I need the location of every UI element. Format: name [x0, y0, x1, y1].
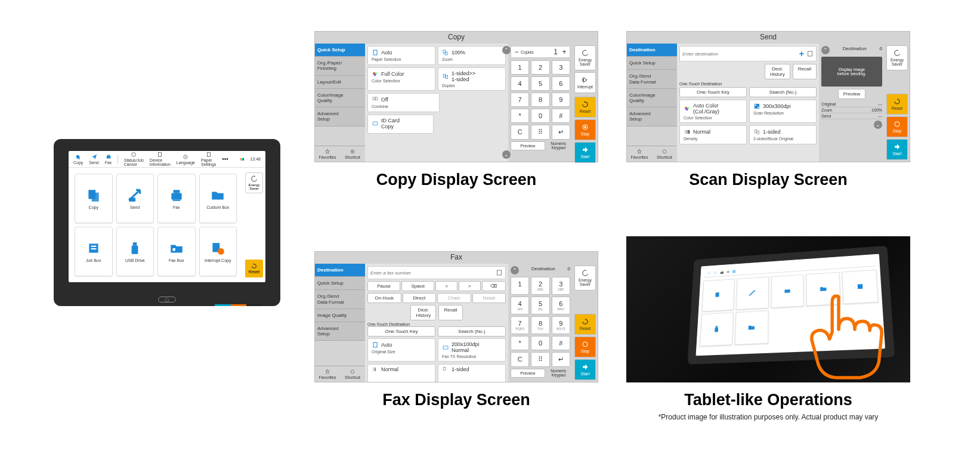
key-6[interactable]: 6: [552, 76, 570, 91]
shortcut-button[interactable]: Shortcut: [340, 146, 365, 162]
key-clear[interactable]: C: [511, 352, 529, 367]
key-4[interactable]: 4GHI: [511, 297, 529, 314]
fax-number-input-bar[interactable]: [367, 266, 506, 279]
shortcut-button[interactable]: Shortcut: [340, 366, 365, 382]
key-5[interactable]: 5JKL: [531, 297, 549, 314]
key-0[interactable]: 0: [531, 336, 549, 350]
dest-history-button[interactable]: Dest. History: [410, 305, 436, 320]
search-no-button[interactable]: Search (No.): [438, 326, 506, 337]
start-button[interactable]: Start: [886, 139, 908, 160]
interrupt-button[interactable]: Interrupt: [574, 72, 596, 93]
energy-saver-button[interactable]: Energy Saver: [886, 45, 908, 70]
favorites-button[interactable]: Favorites: [315, 366, 340, 382]
key-8[interactable]: 8TUV: [531, 316, 549, 334]
copies-plus[interactable]: +: [560, 48, 568, 56]
key-1[interactable]: 1: [511, 277, 529, 295]
backspace-button[interactable]: ⌫: [482, 281, 506, 291]
chain-button[interactable]: Chain: [437, 293, 471, 303]
toolbar-more[interactable]: •••: [222, 156, 228, 162]
favorites-button[interactable]: Favorites: [627, 146, 652, 162]
energy-saver-button[interactable]: Energy Saver: [245, 172, 263, 193]
destination-input[interactable]: [682, 51, 797, 57]
tab-org-send-data-format[interactable]: Org./Send Data Format: [627, 70, 677, 88]
tile-send[interactable]: Send: [116, 174, 154, 223]
tile-job-box[interactable]: Job Box: [75, 227, 113, 276]
tile-2sided[interactable]: 1-sided: [438, 364, 506, 382]
key-8[interactable]: 8: [531, 92, 549, 107]
toolbar-send[interactable]: Send: [89, 154, 98, 165]
tile-duplex[interactable]: 1-sided>> 1-sidedDuplex: [438, 67, 506, 91]
copies-minus[interactable]: −: [512, 48, 521, 56]
key-9[interactable]: 9: [552, 92, 570, 107]
reset-button[interactable]: Reset: [574, 97, 596, 118]
key-4[interactable]: 4: [511, 76, 529, 91]
addressbook-icon[interactable]: [806, 50, 814, 57]
search-no-button[interactable]: Search (No.): [749, 87, 817, 97]
energy-saver-button[interactable]: Energy Saver: [574, 266, 596, 291]
tile-custom-box[interactable]: Custom Box: [199, 174, 237, 223]
tab-org-send-data-format[interactable]: Org./Send Data Format: [315, 290, 365, 308]
toolbar-language[interactable]: Language: [177, 154, 195, 165]
tile-density[interactable]: Normal: [367, 364, 435, 382]
tab-destination[interactable]: Destination: [315, 264, 365, 277]
recall-button[interactable]: Recall: [438, 305, 462, 320]
key-2[interactable]: 2: [531, 60, 549, 75]
tab-image-quality[interactable]: Image Quality: [315, 309, 365, 322]
tile-zoom[interactable]: 100%Zoom: [438, 46, 506, 65]
addressbook-icon[interactable]: [496, 269, 503, 276]
key-star[interactable]: *: [511, 109, 529, 123]
tab-color-image-quality[interactable]: Color/Image Quality: [315, 89, 365, 107]
key-7[interactable]: 7PQRS: [511, 316, 529, 334]
key-5[interactable]: 5: [531, 76, 549, 91]
tab-color-image-quality[interactable]: Color/Image Quality: [627, 89, 677, 107]
onetouch-key-button[interactable]: One-Touch Key: [679, 87, 747, 97]
recall-button[interactable]: Recall: [793, 64, 817, 79]
tab-org-paper-finishing[interactable]: Org./Paper/ Finishing: [315, 57, 365, 75]
key-6[interactable]: 6MNO: [552, 297, 570, 314]
tile-id-card-copy[interactable]: ID Card Copy: [367, 115, 434, 134]
tile-fax-box[interactable]: Fax Box: [157, 227, 196, 276]
key-clear[interactable]: C: [511, 125, 529, 140]
tile-scan-resolution[interactable]: 300x300dpiScan Resolution: [749, 100, 817, 123]
energy-saver-button[interactable]: Energy Saver: [574, 45, 596, 70]
tile-interrupt-copy[interactable]: Interrupt Copy: [199, 227, 237, 276]
direct-button[interactable]: Direct: [403, 293, 437, 303]
tab-quick-setup[interactable]: Quick Setup: [315, 44, 365, 57]
add-destination-icon[interactable]: +: [799, 49, 804, 58]
reset-button[interactable]: Reset: [574, 314, 596, 335]
tile-copy[interactable]: Copy: [75, 174, 113, 223]
tile-paper-selection[interactable]: AutoPaper Selection: [367, 46, 435, 65]
scroll-down-icon[interactable]: ⌄: [874, 121, 882, 129]
favorites-button[interactable]: Favorites: [315, 146, 340, 162]
reset-button[interactable]: Reset: [245, 260, 263, 277]
tab-quick-setup[interactable]: Quick Setup: [315, 277, 365, 290]
onetouch-key-button[interactable]: One-Touch Key: [367, 326, 435, 337]
dest-history-button[interactable]: Dest. History: [765, 64, 790, 79]
key-enter[interactable]: ↵: [552, 352, 570, 367]
scroll-up-icon[interactable]: ⌃: [502, 46, 511, 54]
key-3[interactable]: 3: [552, 60, 570, 75]
fax-number-input[interactable]: [370, 270, 493, 276]
cursor-left-button[interactable]: <: [435, 281, 457, 291]
key-grid[interactable]: ⠿: [531, 125, 549, 140]
tile-original-size[interactable]: AutoOriginal Size: [367, 338, 435, 362]
key-hash[interactable]: #: [552, 336, 570, 350]
destination-input-bar[interactable]: +: [679, 46, 817, 61]
start-button[interactable]: Start: [574, 359, 596, 380]
detail-button[interactable]: Detail: [472, 293, 506, 303]
start-button[interactable]: Start: [574, 142, 596, 163]
key-3[interactable]: 3DEF: [552, 277, 570, 295]
tab-advanced-setup[interactable]: Advanced Setup: [315, 107, 365, 126]
tab-advanced-setup[interactable]: Advanced Setup: [315, 322, 365, 341]
toolbar-status[interactable]: Status/Job Cancel: [124, 152, 144, 166]
key-9[interactable]: 9WXYZ: [552, 316, 570, 334]
tile-density[interactable]: NormalDensity: [679, 125, 747, 144]
tab-quick-setup[interactable]: Quick Setup: [627, 57, 677, 70]
key-hash[interactable]: #: [552, 109, 570, 123]
tab-layout-edit[interactable]: Layout/Edit: [315, 76, 365, 89]
reset-button[interactable]: Reset: [886, 94, 908, 115]
tile-combine[interactable]: OffCombine: [367, 93, 440, 112]
toolbar-paper-settings[interactable]: Paper Settings: [201, 152, 216, 166]
tile-fax-resolution[interactable]: 200x100dpi NormalFax TX Resolution: [438, 338, 506, 362]
key-7[interactable]: 7: [511, 92, 529, 107]
